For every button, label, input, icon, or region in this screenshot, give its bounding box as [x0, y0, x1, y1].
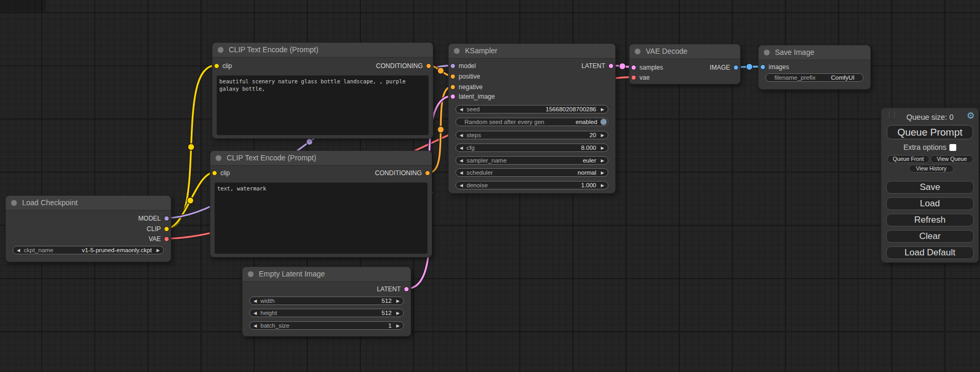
output-port-CONDITIONING[interactable]	[425, 170, 430, 176]
increment-arrow-icon[interactable]: ▶	[601, 106, 604, 113]
widget-height[interactable]: ◀▶height512	[249, 309, 404, 317]
widget-filename_prefix[interactable]: filename_prefixComfyUI	[765, 73, 863, 82]
widget-steps[interactable]: ◀▶steps20	[455, 131, 608, 139]
decrement-arrow-icon[interactable]: ◀	[460, 106, 463, 113]
link-midpoint-dot-latent-to-decode[interactable]	[619, 63, 625, 69]
widget-ckpt_name[interactable]: ◀▶ckpt_namev1-5-pruned-emaonly.ckpt	[13, 246, 164, 254]
increment-arrow-icon[interactable]: ▶	[396, 322, 400, 329]
input-port-negative[interactable]	[450, 84, 455, 90]
settings-gear-icon[interactable]: ⚙	[967, 111, 975, 120]
link-midpoint-dot-clip-to-positive-encode[interactable]	[188, 144, 194, 150]
clear-button[interactable]: Clear	[886, 230, 974, 243]
node-title-vae-decode[interactable]: VAE Decode	[629, 44, 740, 59]
link-midpoint-dot-model-to-ksampler[interactable]	[306, 138, 313, 145]
output-port-LATENT[interactable]	[404, 287, 409, 292]
widget-width[interactable]: ◀▶width512	[249, 297, 404, 305]
collapse-dot-icon[interactable]	[216, 155, 221, 161]
widget-value: 8.000	[581, 144, 596, 151]
decrement-arrow-icon[interactable]: ◀	[254, 322, 257, 329]
widget-scheduler[interactable]: ◀▶schedulernormal	[455, 168, 608, 177]
output-port-IMAGE[interactable]	[733, 65, 739, 70]
node-title-clip-text-encode-negative[interactable]: CLIP Text Encode (Prompt)	[210, 151, 432, 166]
widget-denoise[interactable]: ◀▶denoise1.000	[455, 181, 608, 189]
collapse-dot-icon[interactable]	[11, 200, 17, 206]
widget-batch_size[interactable]: ◀▶batch_size1	[249, 321, 404, 330]
collapse-dot-icon[interactable]	[635, 49, 641, 54]
node-title-load-checkpoint[interactable]: Load Checkpoint	[6, 196, 171, 211]
collapse-dot-icon[interactable]	[764, 50, 770, 55]
input-port-clip[interactable]	[212, 170, 217, 176]
decrement-arrow-icon[interactable]: ◀	[460, 132, 463, 139]
input-label-vae: vae	[639, 74, 649, 81]
decrement-arrow-icon[interactable]: ◀	[17, 247, 20, 254]
load-default-button[interactable]: Load Default	[886, 246, 974, 259]
link-midpoint-dot-clip-to-negative-encode[interactable]	[187, 197, 193, 204]
graph-canvas[interactable]: ⋮⋮ Queue size: 0 ⚙ Queue Prompt Extra op…	[0, 0, 980, 372]
prompt-textarea[interactable]: beautiful scenery nature glass bottle la…	[217, 75, 429, 135]
increment-arrow-icon[interactable]: ▶	[601, 132, 604, 139]
link-midpoint-dot-negative-conditioning[interactable]	[438, 126, 444, 132]
widget-label: Random seed after every gen	[464, 118, 545, 126]
queue-front-button[interactable]: Queue Front	[887, 155, 929, 163]
node-clip-text-encode-positive[interactable]: CLIP Text Encode (Prompt)clipCONDITIONIN…	[212, 42, 433, 139]
increment-arrow-icon[interactable]: ▶	[601, 169, 604, 176]
link-midpoint-dot-image-to-save[interactable]	[746, 63, 752, 70]
decrement-arrow-icon[interactable]: ◀	[254, 310, 257, 317]
input-port-samples[interactable]	[631, 65, 636, 70]
view-queue-button[interactable]: View Queue	[930, 155, 973, 163]
node-save-image[interactable]: Save Imageimagesfilename_prefixComfyUI	[758, 45, 871, 90]
widget-seed[interactable]: ◀▶seed156680208700286	[455, 105, 608, 113]
widget-sampler_name[interactable]: ◀▶sampler_nameeuler	[455, 156, 608, 165]
input-port-images[interactable]	[760, 64, 765, 70]
decrement-arrow-icon[interactable]: ◀	[460, 182, 463, 189]
decrement-arrow-icon[interactable]: ◀	[460, 169, 463, 176]
node-vae-decode[interactable]: VAE DecodesamplesvaeIMAGE	[629, 44, 741, 84]
input-port-latent_image[interactable]	[450, 94, 455, 99]
load-button[interactable]: Load	[886, 197, 974, 210]
widget-value: normal	[578, 169, 596, 176]
node-title-ksampler[interactable]: KSampler	[449, 44, 615, 59]
input-label-clip: clip	[222, 63, 232, 69]
increment-arrow-icon[interactable]: ▶	[396, 298, 400, 304]
node-load-checkpoint[interactable]: Load CheckpointMODELCLIPVAE◀▶ckpt_namev1…	[5, 195, 171, 262]
prompt-textarea[interactable]: text, watermark	[215, 183, 428, 254]
node-title-empty-latent-image[interactable]: Empty Latent Image	[242, 267, 411, 282]
view-history-button[interactable]: View History	[909, 165, 954, 173]
node-title-clip-text-encode-positive[interactable]: CLIP Text Encode (Prompt)	[212, 43, 433, 58]
collapse-dot-icon[interactable]	[248, 271, 254, 277]
node-empty-latent-image[interactable]: Empty Latent ImageLATENT◀▶width512◀▶heig…	[242, 266, 411, 337]
output-port-VAE[interactable]	[164, 236, 169, 242]
decrement-arrow-icon[interactable]: ◀	[460, 157, 463, 164]
input-port-vae[interactable]	[631, 75, 636, 80]
increment-arrow-icon[interactable]: ▶	[601, 182, 604, 189]
input-port-clip[interactable]	[214, 63, 219, 69]
increment-arrow-icon[interactable]: ▶	[601, 157, 604, 164]
collapse-dot-icon[interactable]	[218, 47, 224, 53]
widget-value: 512	[382, 309, 392, 317]
node-ksampler[interactable]: KSamplermodelpositivenegativelatent_imag…	[448, 43, 616, 194]
collapse-dot-icon[interactable]	[454, 48, 460, 54]
node-title-save-image[interactable]: Save Image	[759, 45, 870, 60]
extra-options-checkbox[interactable]	[949, 144, 956, 151]
decrement-arrow-icon[interactable]: ◀	[460, 145, 463, 151]
widget-cfg[interactable]: ◀▶cfg8.000	[455, 144, 608, 152]
input-port-positive[interactable]	[450, 74, 455, 79]
output-port-CLIP[interactable]	[164, 226, 169, 232]
node-clip-text-encode-negative[interactable]: CLIP Text Encode (Prompt)clipCONDITIONIN…	[210, 150, 432, 257]
widget-label: width	[260, 297, 275, 304]
output-port-MODEL[interactable]	[164, 216, 169, 221]
increment-arrow-icon[interactable]: ▶	[601, 145, 604, 151]
toggle-dot-icon[interactable]	[600, 119, 607, 125]
increment-arrow-icon[interactable]: ▶	[396, 310, 400, 317]
output-port-LATENT[interactable]	[608, 63, 614, 69]
input-port-model[interactable]	[450, 63, 455, 69]
link-midpoint-dot-positive-conditioning[interactable]	[438, 68, 444, 74]
queue-prompt-button[interactable]: Queue Prompt	[887, 125, 973, 139]
decrement-arrow-icon[interactable]: ◀	[254, 298, 257, 304]
increment-arrow-icon[interactable]: ▶	[157, 247, 160, 254]
widget-value: v1-5-pruned-emaonly.ckpt	[82, 246, 152, 254]
refresh-button[interactable]: Refresh	[886, 214, 974, 226]
widget-random-seed-after-every-gen[interactable]: Random seed after every genenabled	[455, 118, 608, 126]
save-button[interactable]: Save	[886, 181, 974, 194]
output-port-CONDITIONING[interactable]	[426, 63, 431, 69]
